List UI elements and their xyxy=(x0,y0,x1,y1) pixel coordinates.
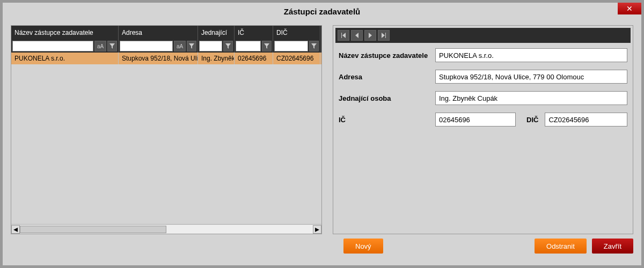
close-icon[interactable]: ✕ xyxy=(618,3,641,14)
filter-dic-input[interactable] xyxy=(274,41,308,51)
filter-icon-ic[interactable] xyxy=(262,41,272,51)
title-bar: Zástupci zadavatelů ✕ xyxy=(3,3,641,20)
filter-icon-acting[interactable] xyxy=(223,41,233,51)
input-name[interactable] xyxy=(435,48,627,62)
cell-ic: 02645696 xyxy=(235,53,273,64)
label-dic: DIČ xyxy=(526,116,538,124)
col-header-acting[interactable]: Jednající xyxy=(198,26,235,40)
case-toggle-name[interactable]: aA xyxy=(94,41,106,51)
horizontal-scrollbar[interactable]: ◂ ▸ xyxy=(11,224,321,234)
nav-prev-icon[interactable] xyxy=(351,30,363,41)
filter-icon-address[interactable] xyxy=(187,41,196,51)
filter-icon-dic[interactable] xyxy=(309,41,319,51)
button-bar: Nový Odstranit Zavřít xyxy=(3,234,641,254)
input-person[interactable] xyxy=(435,91,627,105)
filter-acting-input[interactable] xyxy=(199,41,222,51)
detail-panel: Název zástupce zadavatele Adresa Jednají… xyxy=(333,25,633,234)
filter-name-input[interactable] xyxy=(12,41,93,51)
col-header-name[interactable]: Název zástupce zadavatele xyxy=(11,26,119,40)
nav-first-icon[interactable] xyxy=(338,30,349,41)
input-dic[interactable] xyxy=(545,113,627,126)
input-ic[interactable] xyxy=(435,113,516,126)
cell-acting: Ing. Zbyněk C xyxy=(198,53,235,64)
nav-next-icon[interactable] xyxy=(364,30,376,41)
scroll-left-icon[interactable]: ◂ xyxy=(11,225,20,234)
scroll-track[interactable] xyxy=(20,225,313,234)
col-header-address[interactable]: Adresa xyxy=(119,26,198,40)
label-name: Název zástupce zadavatele xyxy=(339,51,435,59)
close-button[interactable]: Zavřít xyxy=(592,239,633,254)
table-header: Název zástupce zadavatele Adresa Jednají… xyxy=(11,26,321,40)
case-toggle-address[interactable]: aA xyxy=(174,41,186,51)
new-button[interactable]: Nový xyxy=(343,239,383,254)
label-ic: IČ xyxy=(339,116,435,124)
cell-address: Stupkova 952/18, Nová Ulice xyxy=(119,53,198,64)
col-header-ic[interactable]: IČ xyxy=(235,26,273,40)
nav-last-icon[interactable] xyxy=(378,30,390,41)
filter-row: aA aA xyxy=(11,40,321,53)
delete-button[interactable]: Odstranit xyxy=(535,239,587,254)
label-person: Jednající osoba xyxy=(339,94,435,102)
scroll-right-icon[interactable]: ▸ xyxy=(313,225,321,234)
col-header-dic[interactable]: DIČ xyxy=(273,26,320,40)
table-body: PUKONELA s.r.o. Stupkova 952/18, Nová Ul… xyxy=(11,53,321,224)
filter-ic-input[interactable] xyxy=(236,41,261,51)
scroll-thumb[interactable] xyxy=(20,226,166,233)
content-area: Název zástupce zadavatele Adresa Jednají… xyxy=(3,20,641,234)
label-address: Adresa xyxy=(339,73,435,81)
filter-icon-name[interactable] xyxy=(107,41,117,51)
record-nav xyxy=(335,28,631,43)
detail-form: Název zástupce zadavatele Adresa Jednají… xyxy=(333,45,633,137)
input-address[interactable] xyxy=(435,70,627,84)
cell-dic: CZ02645696 xyxy=(273,53,320,64)
cell-name: PUKONELA s.r.o. xyxy=(11,53,119,64)
dialog-title: Zástupci zadavatelů xyxy=(284,7,361,16)
filter-address-input[interactable] xyxy=(120,41,173,51)
grid-panel: Název zástupce zadavatele Adresa Jednají… xyxy=(11,25,322,234)
table-row[interactable]: PUKONELA s.r.o. Stupkova 952/18, Nová Ul… xyxy=(11,53,321,64)
